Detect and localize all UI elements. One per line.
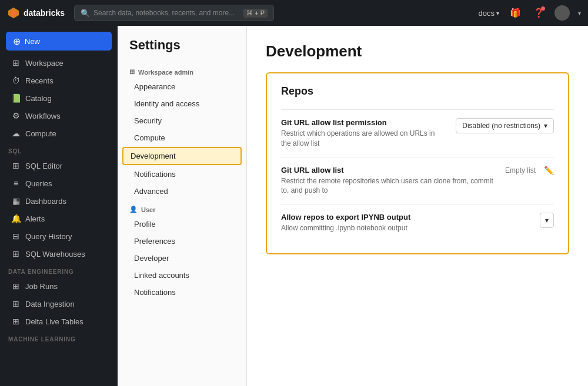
main-layout: ⊕ New ⊞ Workspace ⏱ Recents 📗 Catalog ⚙ … (0, 26, 588, 386)
sql-editor-icon: ⊞ (11, 161, 21, 170)
chevron-down-icon-ipynb: ▾ (545, 216, 549, 224)
export-ipynb-info: Allow repos to export IPYNB output Allow… (281, 213, 530, 233)
sidebar-item-alerts-label: Alerts (25, 214, 45, 223)
workspace-icon: ⊞ (11, 58, 21, 68)
sidebar-item-compute[interactable]: ☁ Compute (3, 125, 115, 142)
sidebar-item-sql-editor-label: SQL Editor (25, 162, 62, 170)
settings-nav-preferences[interactable]: Preferences (118, 233, 246, 250)
job-runs-icon: ⊞ (11, 281, 21, 291)
query-history-icon: ⊟ (11, 231, 21, 241)
page-title: Development (266, 42, 569, 61)
settings-nav-developer[interactable]: Developer (118, 250, 246, 267)
sidebar-item-queries-label: Queries (25, 179, 52, 188)
settings-nav-user-notifications[interactable]: Notifications (118, 284, 246, 301)
settings-nav-advanced[interactable]: Advanced (118, 183, 246, 200)
security-label: Security (134, 116, 162, 125)
gift-icon-btn[interactable]: 🎁 (507, 5, 523, 21)
export-ipynb-control: ▾ (540, 213, 554, 228)
alerts-icon: 🔔 (11, 214, 21, 223)
sidebar-item-catalog-label: Catalog (25, 94, 52, 103)
development-label: Development (131, 152, 176, 160)
git-url-permission-control: Disabled (no restrictions) ▾ (456, 118, 554, 133)
git-url-permission-info: Git URL allow list permission Restrict w… (281, 118, 446, 149)
data-engineering-section-label: Data Engineering (0, 263, 118, 277)
delta-live-tables-icon: ⊞ (11, 317, 21, 326)
user-icon: 👤 (129, 206, 138, 213)
git-url-allow-list-label: Git URL allow list (281, 166, 496, 174)
notification-badge (541, 6, 545, 11)
repos-card-title: Repos (281, 85, 554, 98)
sidebar-item-dashboards[interactable]: ▦ Dashboards (3, 193, 115, 209)
sidebar-item-workspace-label: Workspace (25, 59, 64, 68)
new-button-label: New (25, 37, 40, 46)
appearance-label: Appearance (134, 82, 175, 91)
settings-nav-compute[interactable]: Compute (118, 129, 246, 146)
sidebar-item-job-runs-label: Job Runs (25, 282, 58, 291)
queries-icon: ≡ (11, 179, 21, 188)
settings-nav-appearance[interactable]: Appearance (118, 78, 246, 95)
empty-list-text: Empty list (505, 166, 536, 174)
sidebar-item-queries[interactable]: ≡ Queries (3, 175, 115, 192)
sidebar-item-workspace[interactable]: ⊞ Workspace (3, 55, 115, 71)
settings-nav-identity[interactable]: Identity and access (118, 95, 246, 112)
export-ipynb-desc: Allow committing .ipynb notebook output (281, 223, 530, 233)
search-icon: 🔍 (81, 9, 90, 18)
settings-nav-linked-accounts[interactable]: Linked accounts (118, 267, 246, 284)
settings-nav-notifications[interactable]: Notifications (118, 166, 246, 183)
linked-accounts-label: Linked accounts (134, 271, 189, 280)
sidebar-item-delta-live-tables[interactable]: ⊞ Delta Live Tables (3, 313, 115, 330)
chevron-down-icon-avatar: ▾ (578, 10, 581, 16)
settings-nav-profile[interactable]: Profile (118, 216, 246, 233)
sidebar-item-alerts[interactable]: 🔔 Alerts (3, 210, 115, 227)
gift-icon: 🎁 (510, 8, 521, 18)
user-avatar[interactable] (554, 5, 570, 21)
sidebar-item-catalog[interactable]: 📗 Catalog (3, 90, 115, 106)
sidebar-item-dashboards-label: Dashboards (25, 197, 66, 206)
sql-section-label: SQL (0, 142, 118, 157)
settings-nav-security[interactable]: Security (118, 112, 246, 129)
git-url-permission-dropdown[interactable]: Disabled (no restrictions) ▾ (456, 118, 554, 133)
git-url-allow-list-info: Git URL allow list Restrict the remote r… (281, 166, 496, 196)
docs-label: docs (479, 9, 495, 18)
user-section-label: User (141, 206, 155, 213)
export-ipynb-row: Allow repos to export IPYNB output Allow… (281, 204, 554, 241)
workspace-admin-icon: ⊞ (129, 68, 135, 76)
sidebar-item-recents[interactable]: ⏱ Recents (3, 72, 115, 89)
search-placeholder-text: Search data, notebooks, recents, and mor… (93, 9, 235, 17)
new-button[interactable]: ⊕ New (6, 32, 112, 51)
sidebar-item-delta-live-tables-label: Delta Live Tables (25, 317, 83, 326)
sidebar-item-compute-label: Compute (25, 129, 56, 138)
git-url-permission-value: Disabled (no restrictions) (462, 122, 540, 130)
sidebar-item-sql-editor[interactable]: ⊞ SQL Editor (3, 157, 115, 174)
repos-card: Repos Git URL allow list permission Rest… (266, 72, 569, 254)
git-url-permission-desc: Restrict which operations are allowed on… (281, 129, 446, 149)
sidebar-item-data-ingestion[interactable]: ⊞ Data Ingestion (3, 296, 115, 312)
chevron-down-icon: ▾ (544, 122, 547, 130)
search-bar[interactable]: 🔍 Search data, notebooks, recents, and m… (74, 5, 274, 21)
git-url-permission-label: Git URL allow list permission (281, 118, 446, 127)
compute-icon: ☁ (11, 129, 21, 138)
preferences-label: Preferences (134, 237, 175, 246)
settings-title: Settings (118, 38, 246, 62)
topnav-right: docs ▾ 🎁 ❓ ▾ (479, 5, 581, 21)
sidebar-item-query-history[interactable]: ⊟ Query History (3, 228, 115, 244)
sidebar-item-workflows[interactable]: ⚙ Workflows (3, 108, 115, 124)
help-icon-btn[interactable]: ❓ (531, 5, 546, 21)
sidebar-item-workflows-label: Workflows (25, 112, 61, 120)
sidebar-item-query-history-label: Query History (25, 232, 72, 241)
export-ipynb-label: Allow repos to export IPYNB output (281, 213, 530, 221)
user-notifications-label: Notifications (134, 288, 176, 297)
sidebar-item-sql-warehouses[interactable]: ⊞ SQL Warehouses (3, 246, 115, 262)
workflows-icon: ⚙ (11, 111, 21, 120)
sidebar-item-job-runs[interactable]: ⊞ Job Runs (3, 278, 115, 294)
export-ipynb-dropdown[interactable]: ▾ (540, 213, 554, 228)
workspace-admin-label: Workspace admin (138, 69, 193, 76)
plus-icon: ⊕ (13, 36, 21, 47)
git-url-allow-list-row: Git URL allow list Restrict the remote r… (281, 157, 554, 204)
edit-icon[interactable]: ✏️ (544, 166, 554, 175)
settings-nav-development[interactable]: Development (122, 147, 242, 165)
logo: databricks (7, 6, 65, 19)
dashboards-icon: ▦ (11, 196, 21, 206)
docs-link[interactable]: docs ▾ (479, 9, 499, 18)
advanced-label: Advanced (134, 187, 168, 196)
